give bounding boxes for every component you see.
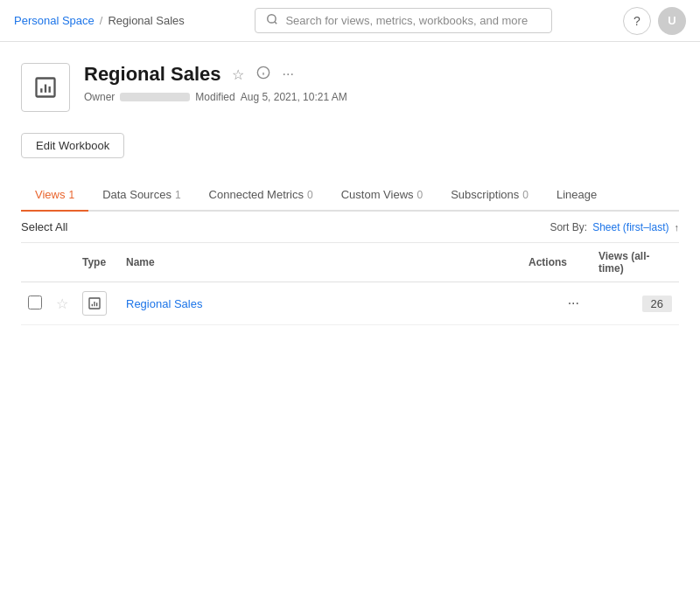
col-header-actions: Actions [522, 243, 592, 282]
row-type-cell [75, 282, 119, 325]
col-header-views: Views (all-time) [592, 243, 679, 282]
col-header-type: Type [75, 243, 119, 282]
row-star-cell: ☆ [49, 282, 75, 325]
workbook-header: Regional Sales ☆ ··· Owner Modified Aug … [21, 63, 679, 112]
row-checkbox[interactable] [28, 296, 42, 309]
user-avatar-button[interactable]: U [658, 7, 686, 35]
table-row: ☆ Regional Sales [21, 282, 679, 325]
help-button[interactable]: ? [623, 7, 651, 35]
col-header-star [49, 243, 75, 282]
search-icon [266, 13, 278, 28]
select-all-button[interactable]: Select All [21, 220, 67, 233]
tab-customviews-label: Custom Views [341, 188, 414, 201]
content-area: Select All Sort By: Sheet (first–last) ↑… [21, 212, 679, 325]
row-name-cell: Regional Sales [119, 282, 522, 325]
svg-line-1 [275, 22, 277, 24]
tabs-row: Views 1 Data Sources 1 Connected Metrics… [21, 179, 679, 212]
row-favorite-button[interactable]: ☆ [56, 296, 68, 312]
breadcrumb-current: Regional Sales [108, 14, 184, 27]
tab-views[interactable]: Views 1 [21, 179, 88, 212]
col-header-name: Name [119, 243, 522, 282]
sort-arrow: ↑ [675, 222, 680, 233]
edit-workbook-button[interactable]: Edit Workbook [21, 133, 124, 158]
tab-datasources-label: Data Sources [102, 188, 172, 201]
workbook-title: Regional Sales [84, 63, 221, 86]
views-count-badge: 26 [642, 296, 672, 312]
favorite-button[interactable]: ☆ [230, 65, 246, 85]
page-content: Regional Sales ☆ ··· Owner Modified Aug … [0, 42, 700, 325]
info-button[interactable] [255, 64, 272, 85]
sort-by-label: Sort By: [550, 221, 587, 233]
svg-point-0 [268, 15, 276, 23]
workbook-title-row: Regional Sales ☆ ··· [84, 63, 679, 86]
tab-lineage[interactable]: Lineage [542, 179, 611, 212]
view-name-link[interactable]: Regional Sales [126, 297, 202, 310]
tab-datasources-count: 1 [175, 189, 181, 201]
workbook-owner-row: Owner Modified Aug 5, 2021, 10:21 AM [84, 91, 679, 103]
more-options-button[interactable]: ··· [281, 65, 296, 84]
tab-lineage-label: Lineage [556, 188, 597, 201]
sort-by-section: Sort By: Sheet (first–last) ↑ [550, 221, 679, 233]
tab-customviews-count: 0 [417, 189, 424, 201]
table-header-row: Type Name Actions Views (all-time) [21, 243, 679, 282]
tab-views-count: 1 [68, 189, 74, 201]
workbook-meta: Regional Sales ☆ ··· Owner Modified Aug … [84, 63, 679, 103]
breadcrumb-separator: / [100, 14, 103, 27]
row-checkbox-cell [21, 282, 49, 325]
toolbar-row: Select All Sort By: Sheet (first–last) ↑ [21, 212, 679, 243]
tab-custom-views[interactable]: Custom Views 0 [327, 179, 438, 212]
row-actions-button[interactable]: ··· [563, 294, 584, 313]
tab-connected-metrics[interactable]: Connected Metrics 0 [195, 179, 327, 212]
tab-subscriptions-label: Subscriptions [451, 188, 519, 201]
type-icon [82, 291, 107, 316]
row-views-cell: 26 [592, 282, 679, 325]
views-table: Type Name Actions Views (all-time) [21, 243, 679, 325]
sort-value[interactable]: Sheet (first–last) [592, 221, 668, 233]
nav-icons: ? U [623, 7, 686, 35]
breadcrumb: Personal Space / Regional Sales [14, 14, 185, 27]
tab-metrics-label: Connected Metrics [209, 188, 304, 201]
tab-metrics-count: 0 [307, 189, 313, 201]
top-nav: Personal Space / Regional Sales Search f… [0, 0, 700, 42]
search-placeholder: Search for views, metrics, workbooks, an… [285, 14, 528, 27]
tab-subscriptions-count: 0 [522, 189, 528, 201]
breadcrumb-personal-space[interactable]: Personal Space [14, 14, 94, 27]
tab-views-label: Views [35, 188, 65, 201]
workbook-icon [21, 63, 70, 112]
tab-subscriptions[interactable]: Subscriptions 0 [437, 179, 542, 212]
modified-date: Aug 5, 2021, 10:21 AM [241, 91, 347, 103]
row-actions-cell: ··· [522, 282, 592, 325]
owner-name [120, 93, 190, 101]
col-header-checkbox [21, 243, 49, 282]
owner-label: Owner [84, 91, 115, 103]
modified-label: Modified [195, 91, 234, 103]
search-bar[interactable]: Search for views, metrics, workbooks, an… [255, 8, 552, 33]
tab-datasources[interactable]: Data Sources 1 [88, 179, 194, 212]
